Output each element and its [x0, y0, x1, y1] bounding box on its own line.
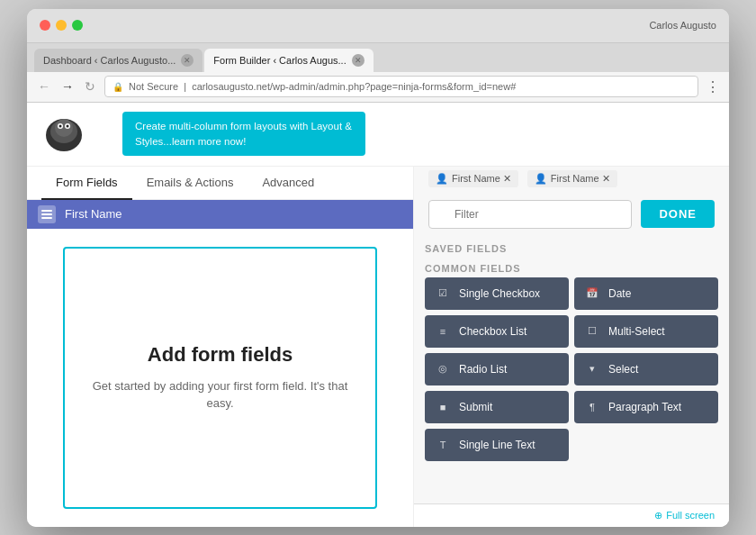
back-button[interactable]: ← [36, 77, 52, 95]
drag-handle-row[interactable]: First Name [27, 200, 413, 229]
submit-icon: ■ [434, 398, 452, 416]
select-icon: ▾ [583, 360, 601, 378]
radio-icon: ◎ [434, 360, 452, 378]
first-name-tag-1[interactable]: 👤 First Name ✕ [428, 170, 518, 187]
fullscreen-icon: ⊕ [654, 510, 662, 521]
paragraph-icon: ¶ [583, 398, 601, 416]
tab-bar: Dashboard ‹ Carlos Augusto... ✕ Form Bui… [27, 43, 729, 72]
tab-form-builder[interactable]: Form Builder ‹ Carlos Augus... ✕ [204, 49, 373, 72]
field-submit[interactable]: ■ Submit [425, 391, 569, 423]
header-banner-text: Create multi-column form layouts with La… [135, 121, 352, 146]
field-select[interactable]: ▾ Select [574, 353, 718, 385]
field-date[interactable]: 📅 Date [574, 277, 718, 310]
tab-dashboard[interactable]: Dashboard ‹ Carlos Augusto... ✕ [34, 49, 202, 72]
form-area: First Name Add form fields Get started b… [27, 200, 413, 527]
field-radio-list[interactable]: ◎ Radio List [425, 353, 569, 385]
svg-point-2 [55, 119, 73, 137]
first-name-tag-2[interactable]: 👤 First Name ✕ [527, 170, 617, 187]
maximize-button[interactable] [72, 20, 83, 31]
drag-handle-icon [38, 205, 56, 223]
title-bar: Carlos Augusto [27, 9, 729, 43]
fields-scroll: Saved Fields Common Fields ☑ Single Chec… [414, 238, 729, 503]
field-paragraph-text[interactable]: ¶ Paragraph Text [574, 391, 718, 423]
svg-rect-9 [41, 217, 52, 219]
drag-row-label: First Name [65, 207, 122, 221]
lock-icon: 🔒 [112, 82, 123, 92]
add-fields-title: Add form fields [148, 343, 292, 367]
filter-wrapper: 🔍 [428, 200, 632, 229]
minimize-button[interactable] [56, 20, 67, 31]
saved-fields-label: Saved Fields [425, 238, 718, 258]
browser-window: Carlos Augusto Dashboard ‹ Carlos August… [27, 9, 729, 527]
fullscreen-label: Full screen [666, 510, 715, 521]
url-text: Not Secure | carlosaugusto.net/wp-admin/… [129, 81, 516, 92]
tab-dashboard-close[interactable]: ✕ [181, 54, 194, 67]
logo-mascot [41, 110, 86, 155]
first-name-tags-row: 👤 First Name ✕ 👤 First Name ✕ [414, 167, 729, 191]
svg-rect-8 [41, 213, 52, 215]
left-panel: Form Fields Emails & Actions Advanced [27, 167, 414, 527]
fields-grid: ☑ Single Checkbox 📅 Date ≡ Checkbox List [425, 277, 718, 461]
add-fields-desc: Get started by adding your first form fi… [83, 377, 357, 413]
person-icon-1: 👤 [436, 173, 448, 185]
title-bar-user: Carlos Augusto [649, 20, 716, 31]
filter-input[interactable] [428, 200, 632, 229]
close-button[interactable] [40, 20, 50, 31]
add-fields-box: Add form fields Get started by adding yo… [63, 247, 377, 509]
refresh-button[interactable]: ↻ [83, 77, 97, 95]
tab-emails-actions[interactable]: Emails & Actions [132, 167, 248, 200]
traffic-lights [40, 20, 83, 31]
right-panel: 👤 First Name ✕ 👤 First Name ✕ 🔍 DONE [414, 167, 729, 527]
tab-form-builder-label: Form Builder ‹ Carlos Augus... [213, 55, 346, 66]
tab-form-builder-close[interactable]: ✕ [352, 54, 364, 67]
filter-row: 🔍 DONE [414, 191, 729, 238]
field-single-line-text[interactable]: T Single Line Text [425, 429, 569, 461]
address-bar: ← → ↻ 🔒 Not Secure | carlosaugusto.net/w… [27, 72, 729, 103]
list-icon: ≡ [434, 322, 452, 340]
field-multi-select[interactable]: ☐ Multi-Select [574, 315, 718, 348]
done-button[interactable]: DONE [641, 200, 715, 228]
svg-point-5 [59, 124, 62, 127]
browser-menu-icon[interactable]: ⋮ [706, 78, 720, 95]
tabs-nav: Form Fields Emails & Actions Advanced [27, 167, 413, 200]
field-checkbox-list[interactable]: ≡ Checkbox List [425, 315, 569, 348]
forward-button[interactable]: → [59, 77, 76, 95]
tab-dashboard-label: Dashboard ‹ Carlos Augusto... [43, 55, 176, 66]
app-content: Create multi-column form layouts with La… [27, 103, 729, 527]
multi-select-icon: ☐ [583, 322, 601, 340]
url-bar[interactable]: 🔒 Not Secure | carlosaugusto.net/wp-admi… [104, 76, 698, 97]
text-icon: T [434, 436, 452, 454]
svg-rect-7 [41, 210, 52, 212]
fullscreen-button[interactable]: ⊕ Full screen [654, 510, 715, 521]
main-layout: Form Fields Emails & Actions Advanced [27, 167, 729, 527]
common-fields-label: Common Fields [425, 258, 718, 277]
header-banner: Create multi-column form layouts with La… [122, 112, 365, 155]
bottom-bar: ⊕ Full screen [414, 503, 729, 527]
logo-area [41, 110, 122, 159]
svg-point-6 [67, 124, 69, 127]
app-header: Create multi-column form layouts with La… [27, 103, 729, 167]
checkbox-icon: ☑ [434, 285, 452, 303]
tab-form-fields[interactable]: Form Fields [41, 167, 132, 200]
tab-advanced[interactable]: Advanced [248, 167, 328, 200]
field-single-checkbox[interactable]: ☑ Single Checkbox [425, 277, 569, 310]
person-icon-2: 👤 [535, 173, 547, 185]
date-icon: 📅 [583, 285, 601, 303]
